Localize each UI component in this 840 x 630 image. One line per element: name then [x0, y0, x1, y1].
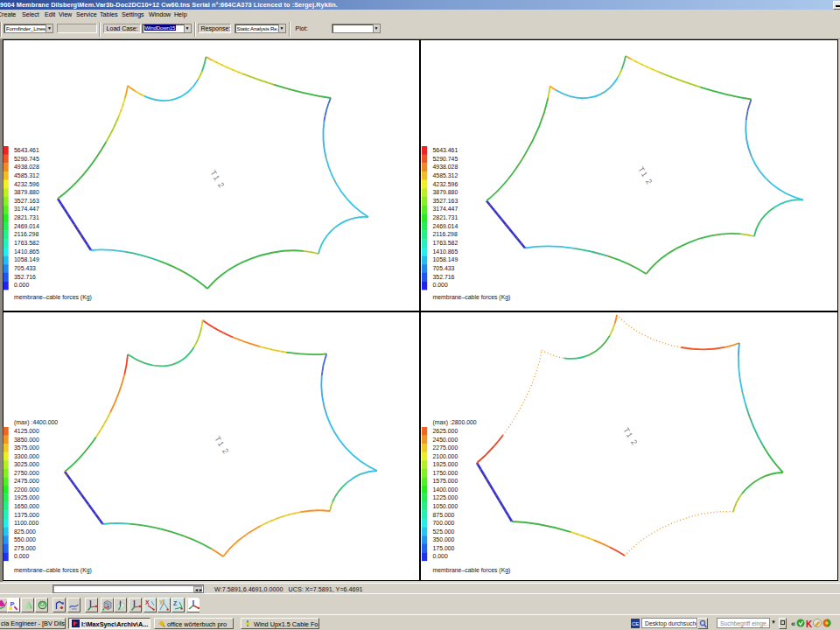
- svg-text:1650.000: 1650.000: [14, 503, 39, 509]
- svg-text:(max) :4400.000: (max) :4400.000: [14, 419, 58, 426]
- svg-text:0.000: 0.000: [14, 553, 29, 559]
- svg-text:1050.000: 1050.000: [433, 503, 458, 509]
- svg-text:825.000: 825.000: [14, 528, 36, 535]
- svg-text:1375.000: 1375.000: [14, 512, 39, 518]
- svg-text:1925.000: 1925.000: [14, 494, 39, 500]
- svg-text:3527.163: 3527.163: [14, 198, 39, 204]
- svg-text:4585.312: 4585.312: [433, 172, 458, 178]
- svg-text:1058.149: 1058.149: [14, 256, 39, 262]
- svg-text:3174.447: 3174.447: [14, 206, 39, 212]
- svg-text:membrane–cable forces (Kg): membrane–cable forces (Kg): [14, 294, 92, 301]
- svg-text:525.000: 525.000: [433, 528, 455, 535]
- svg-text:2200.000: 2200.000: [14, 486, 39, 493]
- svg-text:1925.000: 1925.000: [433, 461, 458, 467]
- svg-text:700.000: 700.000: [433, 520, 455, 526]
- svg-text:4125.000: 4125.000: [14, 428, 39, 434]
- svg-text:550.000: 550.000: [14, 536, 36, 542]
- svg-text:875.000: 875.000: [433, 512, 455, 518]
- svg-text:1410.865: 1410.865: [433, 248, 458, 255]
- svg-text:2469.014: 2469.014: [14, 223, 39, 229]
- svg-text:3174.447: 3174.447: [433, 206, 458, 212]
- svg-text:T1 2: T1 2: [213, 435, 231, 457]
- svg-text:4585.312: 4585.312: [14, 172, 39, 178]
- svg-text:4938.028: 4938.028: [433, 164, 458, 170]
- svg-text:3300.000: 3300.000: [14, 453, 39, 459]
- svg-text:2469.014: 2469.014: [433, 223, 458, 229]
- svg-text:rev: rev: [72, 606, 77, 611]
- svg-text:membrane–cable forces (Kg): membrane–cable forces (Kg): [14, 567, 92, 574]
- svg-text:0.000: 0.000: [14, 282, 29, 288]
- svg-text:membrane–cable forces (Kg): membrane–cable forces (Kg): [433, 294, 511, 301]
- svg-text:4232.596: 4232.596: [14, 181, 39, 187]
- svg-text:1058.149: 1058.149: [433, 256, 458, 262]
- svg-text:3025.000: 3025.000: [14, 461, 39, 467]
- svg-text:3879.880: 3879.880: [14, 189, 39, 195]
- svg-text:2450.000: 2450.000: [433, 437, 458, 443]
- svg-text:705.433: 705.433: [14, 265, 36, 271]
- svg-text:(max) :2800.000: (max) :2800.000: [433, 419, 477, 426]
- svg-text:T1 2: T1 2: [636, 165, 654, 187]
- svg-text:1225.000: 1225.000: [433, 494, 458, 500]
- svg-text:1575.000: 1575.000: [433, 478, 458, 484]
- svg-text:1763.582: 1763.582: [433, 240, 458, 246]
- svg-text:2625.000: 2625.000: [433, 428, 458, 434]
- svg-text:1400.000: 1400.000: [433, 486, 458, 493]
- svg-text:705.433: 705.433: [433, 265, 455, 271]
- svg-text:3527.163: 3527.163: [433, 198, 458, 204]
- svg-text:275.000: 275.000: [14, 545, 36, 551]
- svg-text:5643.461: 5643.461: [14, 147, 39, 153]
- svg-text:2100.000: 2100.000: [433, 453, 458, 459]
- svg-text:2475.000: 2475.000: [14, 478, 39, 484]
- svg-text:2116.298: 2116.298: [433, 231, 458, 237]
- svg-text:2116.298: 2116.298: [14, 231, 38, 237]
- svg-text:175.000: 175.000: [433, 545, 455, 551]
- svg-text:Z: Z: [173, 600, 178, 606]
- svg-text:X: X: [145, 599, 150, 606]
- svg-text:T1 2: T1 2: [208, 169, 227, 191]
- svg-text:352.716: 352.716: [14, 274, 36, 280]
- svg-text:2275.000: 2275.000: [433, 444, 458, 451]
- svg-text:3850.000: 3850.000: [14, 437, 39, 443]
- svg-text:5643.461: 5643.461: [433, 147, 458, 153]
- svg-text:1100.000: 1100.000: [14, 520, 38, 526]
- svg-text:5290.745: 5290.745: [14, 156, 39, 162]
- svg-text:2821.731: 2821.731: [14, 214, 39, 220]
- svg-text:350.000: 350.000: [433, 536, 455, 542]
- svg-text:T1 2: T1 2: [621, 426, 640, 448]
- svg-text:0.000: 0.000: [433, 553, 448, 559]
- svg-text:membrane–cable forces (Kg): membrane–cable forces (Kg): [433, 567, 511, 574]
- svg-text:3575.000: 3575.000: [14, 444, 39, 451]
- svg-text:1410.865: 1410.865: [14, 248, 39, 255]
- svg-text:1750.000: 1750.000: [433, 470, 458, 476]
- svg-text:3879.880: 3879.880: [433, 189, 458, 195]
- svg-text:352.716: 352.716: [433, 274, 455, 280]
- svg-text:1763.582: 1763.582: [14, 240, 39, 246]
- svg-text:4232.596: 4232.596: [433, 181, 458, 187]
- svg-text:4938.028: 4938.028: [14, 164, 39, 170]
- svg-text:5290.745: 5290.745: [433, 156, 458, 162]
- svg-text:CE: CE: [632, 621, 639, 626]
- svg-text:2821.731: 2821.731: [433, 214, 458, 220]
- svg-text:2750.000: 2750.000: [14, 470, 39, 476]
- svg-text:0.000: 0.000: [433, 282, 448, 288]
